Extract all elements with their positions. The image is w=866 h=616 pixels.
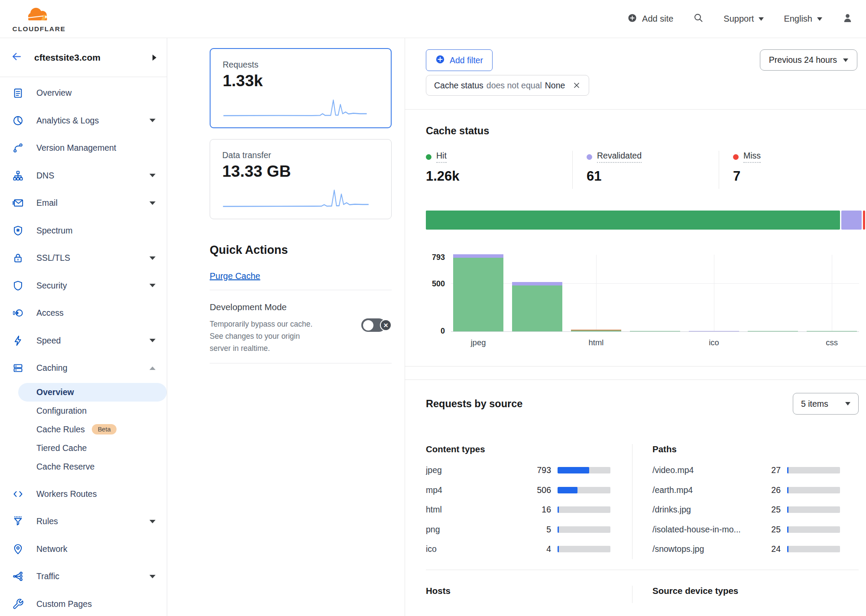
stat-bar-track [558,487,610,493]
chevron-up-icon [149,366,156,370]
chevron-down-icon [149,284,156,287]
summary-column: Requests 1.33k Data transfer 13.33 GB Qu… [167,38,405,616]
sidebar-item-ssl-tls[interactable]: SSL/TLS [0,244,167,272]
chevron-down-icon [759,17,764,21]
sidebar-item-network[interactable]: Network [0,535,167,563]
requests-metric-card[interactable]: Requests 1.33k [210,48,392,128]
sidebar-item-rules[interactable]: Rules [0,508,167,535]
stat-bar-fill [787,506,788,513]
speed-icon [12,335,24,347]
sidebar-subitem-overview[interactable]: Overview [18,383,167,402]
development-mode-toggle[interactable]: ✕ [361,318,392,332]
search-button[interactable] [693,13,704,25]
site-header: cftestsite3.com [0,38,167,77]
analytics-icon [12,115,24,126]
back-arrow-icon[interactable] [11,51,23,64]
miss-dot-icon [733,154,739,160]
cloudflare-cloud-icon [23,5,55,25]
requests-by-source-panel: Requests by source 5 items Content types… [405,379,866,603]
stacked-segment-revalidated [841,211,861,230]
items-count-dropdown[interactable]: 5 items [793,393,859,415]
sidebar-item-email[interactable]: Email [0,189,167,217]
rules-icon [12,515,24,527]
search-icon [693,13,704,25]
chevron-down-icon [149,339,156,342]
toggle-knob [363,320,373,331]
brand-wordmark: CLOUDFLARE [13,25,66,33]
support-menu[interactable]: Support [723,14,764,24]
stat-row-drinks-jpg: /drinks.jpg25 [652,500,840,520]
stat-bar-track [558,506,610,513]
beta-badge: Beta [92,424,117,434]
quick-actions-title: Quick Actions [210,243,392,257]
sidebar-subitem-tiered-cache[interactable]: Tiered Cache [18,439,167,457]
dns-icon [12,170,24,182]
stat-row-isolated-house-in-mo: /isolated-house-in-mo...25 [652,520,840,540]
chevron-down-icon [149,201,156,205]
x-axis-label: jpeg [451,338,506,347]
filter-chip-cache-status[interactable]: Cache status does not equal None [426,75,589,96]
add-site-button[interactable]: Add site [627,13,673,25]
sidebar-item-access[interactable]: Access [0,299,167,327]
ssl-tls-icon [12,252,24,264]
card-title: Requests [223,60,379,70]
sidebar-item-analytics-logs[interactable]: Analytics & Logs [0,107,167,135]
hosts-group: Hosts cftestsite3.com1.33k [426,586,610,603]
security-icon [12,280,24,292]
stat-row-png: png5 [426,520,610,540]
add-filter-button[interactable]: Add filter [426,49,493,71]
sidebar-item-spectrum[interactable]: Spectrum [0,217,167,245]
chevron-down-icon [149,520,156,523]
stat-row-html: html16 [426,500,610,520]
sidebar-item-custom-pages[interactable]: Custom Pages [0,590,167,616]
sidebar-item-speed[interactable]: Speed [0,327,167,355]
analytics-column: Add filter Cache status does not equal N… [405,38,866,616]
user-icon [842,13,853,26]
site-name: cftestsite3.com [34,52,152,63]
caching-icon [12,362,24,374]
plus-circle-icon [627,13,637,25]
sidebar-item-dns[interactable]: DNS [0,162,167,190]
language-menu[interactable]: English [784,14,822,24]
sidebar-subitem-configuration[interactable]: Configuration [18,402,167,420]
cloudflare-dashboard: CLOUDFLARE Add site Support English [0,0,866,616]
top-bar: CLOUDFLARE Add site Support English [0,0,866,38]
purge-cache-link[interactable]: Purge Cache [210,271,260,281]
sidebar-item-caching[interactable]: Caching [0,354,167,382]
sidebar-item-traffic[interactable]: Traffic [0,563,167,590]
cache-status-stacked-bar [426,211,865,230]
cache-status-title: Cache status [426,125,865,137]
stat-bar-fill [558,467,589,473]
sidebar-item-version-management[interactable]: Version Management [0,134,167,162]
stat-bar-fill [787,487,788,493]
chevron-down-icon [843,58,848,62]
account-button[interactable] [842,13,853,26]
sidebar-item-overview[interactable]: Overview [0,79,167,107]
close-icon[interactable] [572,81,581,90]
sidebar-subitem-cache-rules[interactable]: Cache RulesBeta [18,420,167,439]
stat-row-desktop: Desktop1.33k [652,602,840,603]
paths-group: Paths /video.mp427/earth.mp426/drinks.jp… [652,444,840,559]
chevron-right-icon[interactable] [152,55,156,61]
email-icon [12,197,24,209]
stat-bar-fill [558,546,559,552]
sidebar-subitem-cache-reserve[interactable]: Cache Reserve [18,457,167,476]
divider [210,363,392,363]
legend-miss: Miss 7 [719,151,865,189]
x-axis-label: css [804,338,859,347]
requests-by-source-title: Requests by source [426,398,522,410]
version-management-icon [12,142,24,154]
cloudflare-logo[interactable]: CLOUDFLARE [10,5,68,33]
requests-sparkline [223,96,379,119]
time-range-dropdown[interactable]: Previous 24 hours [760,49,857,71]
sidebar-item-security[interactable]: Security [0,272,167,300]
spectrum-icon [12,225,24,237]
stat-row-cftestsite3-com: cftestsite3.com1.33k [426,602,610,603]
y-axis-tick: 793 [426,253,445,262]
stat-row-earth-mp4: /earth.mp426 [652,480,840,500]
stat-row-jpeg: jpeg793 [426,460,610,480]
chart-column-css: css [804,255,859,331]
sidebar-item-workers-routes[interactable]: Workers Routes [0,480,167,508]
divider [632,586,632,603]
data-transfer-metric-card[interactable]: Data transfer 13.33 GB [210,139,392,219]
